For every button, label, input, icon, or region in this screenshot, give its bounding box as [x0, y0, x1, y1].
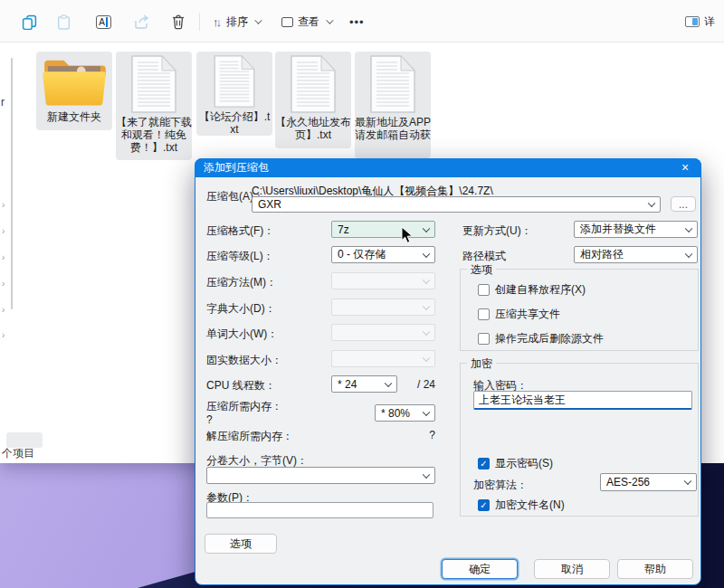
tree-chevron-icon[interactable]: › — [2, 330, 5, 340]
dictionary-select — [331, 299, 435, 316]
memory-decompress-value: ? — [404, 429, 435, 441]
details-label: 详 — [704, 14, 715, 30]
tree-chevron-icon[interactable]: › — [2, 279, 5, 289]
copy-icon[interactable] — [20, 13, 38, 31]
text-file-icon — [212, 55, 257, 108]
file-tile-txt[interactable]: 最新地址及APP请发邮箱自动获 — [355, 52, 431, 158]
checkbox-unchecked[interactable] — [478, 333, 490, 345]
browse-button[interactable]: ... — [671, 196, 696, 212]
memory-usage-select[interactable]: * 80% — [375, 404, 435, 422]
encryption-group-title: 加密 — [467, 356, 496, 372]
level-value: 0 - 仅存储 — [338, 247, 386, 262]
more-icon: ••• — [349, 15, 365, 29]
more-button[interactable]: ••• — [349, 11, 365, 33]
cancel-button[interactable]: 取消 — [534, 559, 610, 579]
cpu-threads-select[interactable]: * 24 — [331, 375, 397, 393]
update-mode-value: 添加并替换文件 — [580, 222, 656, 237]
text-file-icon — [291, 55, 336, 113]
details-pane-toggle[interactable]: 详 — [685, 11, 715, 33]
share-icon[interactable] — [133, 13, 151, 31]
view-label: 查看 — [298, 14, 319, 30]
dictionary-label: 字典大小(D)： — [206, 301, 276, 317]
chevron-down-icon — [685, 250, 692, 257]
encryption-algorithm-select[interactable]: AES-256 — [600, 473, 697, 491]
checkbox-unchecked[interactable] — [478, 308, 490, 320]
items-count-text: 个项目 — [2, 446, 34, 461]
paste-icon[interactable] — [54, 13, 72, 31]
format-value: 7z — [338, 223, 349, 236]
password-input[interactable] — [473, 391, 692, 410]
checkbox-unchecked[interactable] — [478, 284, 490, 296]
parameters-input[interactable] — [206, 502, 433, 518]
archive-name-value: GXR — [258, 198, 281, 211]
options-button[interactable]: 选项 — [205, 534, 277, 554]
text-file-icon — [370, 55, 415, 113]
compress-shared-checkbox-row[interactable]: 压缩共享文件 — [478, 307, 560, 322]
explorer-toolbar: A ↑↓ 排序 查看 ••• 详 — [0, 0, 724, 43]
file-tile-folder[interactable]: 新建文件夹 — [36, 52, 112, 130]
tree-chevron-icon[interactable]: › — [2, 226, 5, 236]
update-mode-select[interactable]: 添加并替换文件 — [574, 221, 698, 238]
compress-shared-label: 压缩共享文件 — [495, 307, 560, 322]
create-sfx-label: 创建自释放程序(X) — [495, 282, 586, 298]
chevron-down-icon — [423, 470, 430, 478]
method-select — [331, 272, 435, 289]
format-label: 压缩格式(F)： — [206, 223, 274, 239]
chevron-down-icon — [684, 478, 691, 485]
file-tile-txt[interactable]: 【永久地址发布页】.txt — [275, 52, 351, 148]
help-button[interactable]: 帮助 — [617, 559, 693, 579]
sort-arrows-icon: ↑↓ — [213, 15, 222, 29]
close-icon[interactable]: × — [677, 158, 693, 176]
memory-compress-label: 压缩所需内存： — [206, 399, 282, 414]
memory-decompress-label: 解压缩所需内存： — [206, 429, 293, 444]
cpu-threads-max: / 24 — [404, 378, 435, 391]
delete-after-label: 操作完成后删除源文件 — [495, 331, 604, 346]
tree-chevron-icon[interactable]: › — [2, 200, 5, 210]
chevron-down-icon — [423, 276, 430, 283]
nav-scrollbar[interactable] — [11, 58, 13, 309]
file-name: 【来了就能下载和观看！纯免费！】.txt — [116, 116, 192, 154]
dialog-titlebar[interactable]: 添加到压缩包 × — [195, 158, 701, 177]
memory-compress-unknown: ? — [206, 413, 213, 426]
path-mode-select[interactable]: 相对路径 — [574, 246, 698, 263]
encrypt-filenames-label: 加密文件名(N) — [495, 498, 565, 513]
checkbox-checked[interactable]: ✓ — [478, 499, 490, 511]
update-mode-label: 更新方式(U)： — [462, 223, 532, 239]
memory-usage-value: * 80% — [381, 407, 410, 420]
create-sfx-checkbox-row[interactable]: 创建自释放程序(X) — [478, 282, 586, 298]
add-to-archive-dialog: 添加到压缩包 × 压缩包(A)： C:\Users\liuxi\Desktop\… — [195, 158, 701, 585]
path-mode-value: 相对路径 — [580, 247, 624, 262]
checkbox-checked[interactable]: ✓ — [478, 458, 490, 469]
chevron-down-icon — [423, 327, 430, 335]
details-pane-icon — [685, 16, 700, 27]
sort-button[interactable]: ↑↓ 排序 — [213, 11, 260, 33]
file-tile-txt[interactable]: 【来了就能下载和观看！纯免费！】.txt — [116, 52, 192, 160]
show-password-label: 显示密码(S) — [495, 456, 553, 471]
chevron-down-icon — [423, 354, 430, 361]
mouse-cursor — [401, 226, 414, 247]
level-select[interactable]: 0 - 仅存储 — [331, 246, 435, 263]
chevron-down-icon — [648, 200, 655, 207]
rename-icon[interactable]: A — [94, 13, 112, 31]
view-button[interactable]: 查看 — [281, 11, 331, 33]
solid-block-select — [331, 350, 435, 367]
chevron-down-icon — [254, 16, 262, 24]
file-name: 最新地址及APP请发邮箱自动获 — [355, 116, 431, 141]
tree-chevron-icon[interactable]: › — [2, 252, 5, 262]
ok-button[interactable]: 确定 — [442, 559, 518, 579]
volume-size-combobox[interactable] — [206, 467, 435, 484]
file-tile-txt[interactable]: 【论坛介绍】.txt — [196, 52, 272, 136]
encrypt-filenames-checkbox-row[interactable]: ✓ 加密文件名(N) — [478, 498, 565, 513]
format-select[interactable]: 7z — [331, 221, 435, 238]
delete-after-checkbox-row[interactable]: 操作完成后删除源文件 — [478, 331, 604, 346]
archive-name-combobox[interactable]: GXR — [252, 196, 661, 213]
solid-block-label: 固实数据大小： — [206, 353, 282, 368]
tree-chevron-icon[interactable]: › — [2, 305, 5, 315]
folder-icon — [41, 55, 108, 108]
file-name: 【永久地址发布页】.txt — [275, 116, 351, 141]
chevron-down-icon — [423, 408, 430, 415]
chevron-down-icon — [385, 379, 392, 386]
delete-icon[interactable] — [169, 13, 187, 31]
show-password-checkbox-row[interactable]: ✓ 显示密码(S) — [478, 456, 553, 471]
sort-label: 排序 — [226, 14, 248, 30]
